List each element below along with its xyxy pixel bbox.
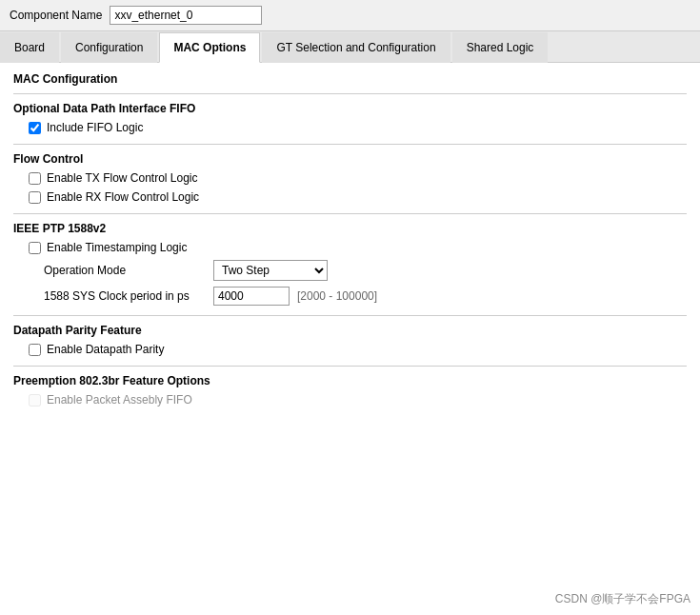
enable-timestamping-row: Enable Timestamping Logic — [29, 241, 687, 254]
enable-packet-assembly-label: Enable Packet Assebly FIFO — [47, 393, 192, 407]
include-fifo-label[interactable]: Include FIFO Logic — [47, 121, 143, 134]
enable-rx-label[interactable]: Enable RX Flow Control Logic — [47, 190, 199, 204]
operation-mode-label: Operation Mode — [44, 264, 206, 277]
content-area: MAC Configuration Optional Data Path Int… — [0, 63, 700, 615]
enable-parity-row: Enable Datapath Parity — [29, 343, 687, 356]
mac-config-title: MAC Configuration — [13, 72, 687, 86]
flow-control-divider — [13, 144, 687, 145]
enable-timestamping-label[interactable]: Enable Timestamping Logic — [47, 241, 187, 254]
tab-configuration[interactable]: Configuration — [61, 32, 157, 63]
datapath-parity-subsection: Datapath Parity Feature Enable Datapath … — [13, 324, 687, 356]
tab-shared-logic[interactable]: Shared Logic — [452, 32, 549, 63]
operation-mode-row: Operation Mode Two Step One Step — [44, 260, 687, 281]
enable-parity-checkbox[interactable] — [29, 344, 41, 356]
tabs-bar: Board Configuration MAC Options GT Selec… — [0, 31, 700, 63]
ieee-ptp-subsection: IEEE PTP 1588v2 Enable Timestamping Logi… — [13, 222, 687, 306]
enable-tx-checkbox[interactable] — [29, 172, 41, 185]
mac-config-divider — [13, 93, 687, 94]
datapath-parity-title: Datapath Parity Feature — [13, 324, 687, 337]
preemption-subsection: Preemption 802.3br Feature Options Enabl… — [13, 374, 687, 407]
sys-clock-row: 1588 SYS Clock period in ps [2000 - 1000… — [44, 287, 687, 306]
enable-rx-checkbox[interactable] — [29, 191, 41, 204]
sys-clock-input[interactable] — [213, 287, 290, 306]
component-name-input[interactable] — [110, 6, 262, 25]
enable-tx-label[interactable]: Enable TX Flow Control Logic — [47, 171, 198, 185]
flow-control-subsection: Flow Control Enable TX Flow Control Logi… — [13, 152, 687, 204]
tab-mac-options[interactable]: MAC Options — [159, 32, 260, 63]
enable-tx-row: Enable TX Flow Control Logic — [29, 171, 687, 185]
preemption-divider — [13, 366, 687, 367]
mac-configuration-section: MAC Configuration Optional Data Path Int… — [13, 72, 687, 407]
datapath-parity-divider — [13, 315, 687, 316]
optional-data-path-subsection: Optional Data Path Interface FIFO Includ… — [13, 102, 687, 134]
ieee-ptp-title: IEEE PTP 1588v2 — [13, 222, 687, 235]
include-fifo-checkbox[interactable] — [29, 122, 41, 134]
preemption-title: Preemption 802.3br Feature Options — [13, 374, 687, 387]
include-fifo-logic-row: Include FIFO Logic — [29, 121, 687, 134]
enable-rx-row: Enable RX Flow Control Logic — [29, 190, 687, 204]
enable-packet-assembly-checkbox — [29, 394, 41, 407]
component-name-label: Component Name — [10, 9, 102, 22]
optional-data-path-title: Optional Data Path Interface FIFO — [13, 102, 687, 115]
tab-board[interactable]: Board — [0, 32, 59, 63]
watermark: CSDN @顺子学不会FPGA — [555, 591, 690, 607]
operation-mode-select[interactable]: Two Step One Step — [213, 260, 328, 281]
sys-clock-hint: [2000 - 100000] — [297, 289, 377, 303]
ieee-ptp-divider — [13, 213, 687, 214]
sys-clock-label: 1588 SYS Clock period in ps — [44, 289, 206, 303]
enable-timestamping-checkbox[interactable] — [29, 242, 41, 254]
header-bar: Component Name — [0, 0, 700, 31]
enable-packet-assembly-row: Enable Packet Assebly FIFO — [29, 393, 687, 407]
enable-parity-label[interactable]: Enable Datapath Parity — [47, 343, 164, 356]
tab-gt-selection[interactable]: GT Selection and Configuration — [262, 32, 450, 63]
flow-control-title: Flow Control — [13, 152, 687, 166]
